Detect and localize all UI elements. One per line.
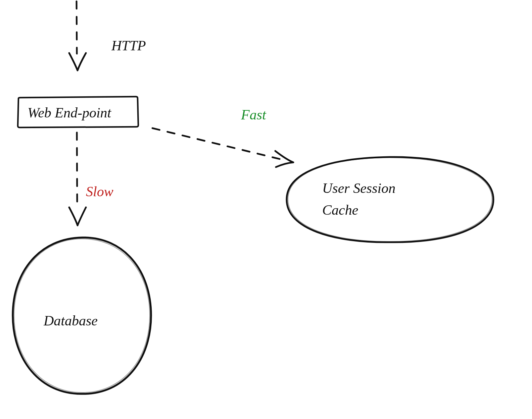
node-database: Database <box>13 238 151 394</box>
edge-fast: Fast <box>152 107 293 167</box>
edge-http-label: HTTP <box>111 38 146 53</box>
edge-slow-label: Slow <box>86 184 113 199</box>
database-label: Database <box>43 313 98 328</box>
edge-fast-label: Fast <box>241 107 267 122</box>
architecture-diagram: HTTP Web End-point Fast User Session Cac… <box>0 0 532 419</box>
node-user-session-cache: User Session Cache <box>287 157 493 242</box>
edge-slow: Slow <box>69 133 113 225</box>
user-session-cache-label-1: User Session <box>322 180 395 196</box>
edge-http: HTTP <box>69 1 146 70</box>
web-endpoint-label: Web End-point <box>28 105 112 120</box>
node-web-endpoint: Web End-point <box>18 97 138 127</box>
user-session-cache-label-2: Cache <box>322 202 358 218</box>
